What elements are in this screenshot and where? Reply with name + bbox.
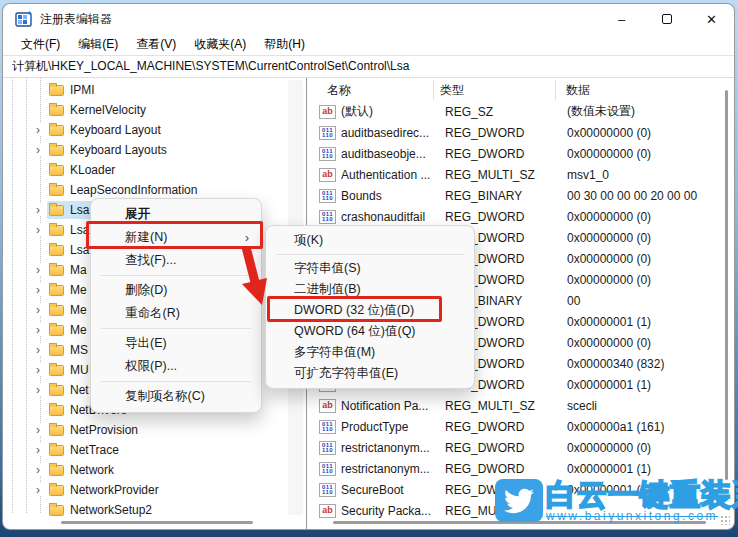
titlebar[interactable]: 注册表编辑器 – ✕ xyxy=(3,4,734,34)
tree-item-label: Ma xyxy=(70,263,87,277)
registry-value-row[interactable]: Bounds REG_BINARY 00 30 00 00 00 20 00 0… xyxy=(307,185,720,206)
tree-item-label: NetworkSetup2 xyxy=(70,503,152,517)
tree-item-label: Keyboard Layout xyxy=(70,123,161,137)
menu-item[interactable]: 删除(D) › xyxy=(91,279,261,302)
registry-value-row[interactable]: ProductType REG_DWORD 0x000000a1 (161) xyxy=(307,416,720,437)
column-header-data[interactable]: 数据 xyxy=(555,80,734,100)
menu-item[interactable]: 重命名(R) › xyxy=(91,302,261,325)
tree-item-label: LeapSecondInformation xyxy=(70,183,197,197)
registry-value-row[interactable]: crashonauditfail REG_DWORD 0x00000000 (0… xyxy=(307,206,720,227)
column-header-name[interactable]: 名称 xyxy=(307,80,433,100)
column-header-type[interactable]: 类型 xyxy=(433,80,555,100)
tree-item[interactable]: › NetTrace xyxy=(3,440,286,460)
chevron-right-icon[interactable]: › xyxy=(32,284,44,296)
tree-item[interactable]: › NetProvision xyxy=(3,420,286,440)
tree-item[interactable]: › Keyboard Layout xyxy=(3,120,286,140)
value-name: auditbasedirec... xyxy=(341,126,445,140)
address-bar[interactable] xyxy=(3,56,734,78)
tree-item[interactable]: › IPMI xyxy=(3,80,286,100)
chevron-right-icon[interactable]: › xyxy=(32,444,44,456)
menu-item-label: 字符串值(S) xyxy=(294,260,361,277)
value-type: REG_DWORD xyxy=(445,210,567,224)
chevron-right-icon[interactable]: › xyxy=(32,384,44,396)
menubar-item[interactable]: 编辑(E) xyxy=(69,34,127,55)
registry-value-row[interactable]: SecureBoot REG_DWORD 0x00000001 (1) xyxy=(307,479,720,500)
menu-item-label: 删除(D) xyxy=(125,282,167,299)
value-name: Security Packa... xyxy=(341,504,445,518)
menubar-item[interactable]: 查看(V) xyxy=(127,34,185,55)
submenu-arrow-icon: › xyxy=(245,231,249,245)
chevron-right-icon[interactable]: › xyxy=(32,144,44,156)
folder-icon xyxy=(49,365,64,376)
maximize-button[interactable] xyxy=(644,4,689,34)
menu-item[interactable]: 导出(E) › xyxy=(91,332,261,355)
tree-item-label: KernelVelocity xyxy=(70,103,146,117)
menu-item[interactable]: 项(K) › xyxy=(266,230,474,251)
menu-item[interactable]: 多字符串值(M) › xyxy=(266,342,474,363)
menu-separator xyxy=(276,254,464,255)
value-type: REG_DWORD xyxy=(445,126,567,140)
list-header: 名称 类型 数据 xyxy=(307,80,734,100)
tree-item-label: NetProvision xyxy=(70,423,138,437)
chevron-right-icon[interactable]: › xyxy=(32,464,44,476)
chevron-right-icon[interactable]: › xyxy=(32,304,44,316)
tree-item[interactable]: › Keyboard Layouts xyxy=(3,140,286,160)
value-name: auditbaseobje... xyxy=(341,147,445,161)
menu-item[interactable]: 二进制值(B) › xyxy=(266,279,474,300)
registry-value-row[interactable]: auditbasedirec... REG_DWORD 0x00000000 (… xyxy=(307,122,720,143)
chevron-right-icon[interactable]: › xyxy=(32,264,44,276)
menu-item[interactable]: 可扩充字符串值(E) › xyxy=(266,363,474,384)
value-type-icon xyxy=(319,462,336,476)
close-button[interactable]: ✕ xyxy=(689,4,734,34)
chevron-right-icon[interactable]: › xyxy=(32,484,44,496)
list-horizontal-scrollbar[interactable] xyxy=(333,521,706,524)
chevron-right-icon[interactable]: › xyxy=(32,344,44,356)
menu-item[interactable]: 复制项名称(C) › xyxy=(91,385,261,408)
registry-value-row[interactable]: Security Packa... REG_MULTI_SZ xyxy=(307,500,720,521)
value-type-icon xyxy=(319,504,336,518)
chevron-right-icon[interactable]: › xyxy=(32,324,44,336)
menu-item[interactable]: 新建(N) › xyxy=(91,226,261,249)
chevron-right-icon[interactable]: › xyxy=(32,424,44,436)
menu-item[interactable]: 查找(F)... › xyxy=(91,249,261,272)
chevron-right-icon[interactable]: › xyxy=(32,364,44,376)
menu-item[interactable]: 权限(P)... › xyxy=(91,355,261,378)
tree-item[interactable]: › LeapSecondInformation xyxy=(3,180,286,200)
menu-item-label: 权限(P)... xyxy=(125,358,177,375)
registry-value-row[interactable]: (默认) REG_SZ (数值未设置) xyxy=(307,101,720,122)
value-data: 0x00000000 (0) xyxy=(567,273,720,287)
menu-item[interactable]: 字符串值(S) › xyxy=(266,258,474,279)
list-vertical-scrollbar[interactable] xyxy=(725,90,728,480)
tree-item[interactable]: › KernelVelocity xyxy=(3,100,286,120)
chevron-right-icon[interactable]: › xyxy=(32,124,44,136)
chevron-right-icon[interactable]: › xyxy=(32,204,44,216)
registry-value-row[interactable]: auditbaseobje... REG_DWORD 0x00000000 (0… xyxy=(307,143,720,164)
folder-icon xyxy=(49,505,64,516)
window-title: 注册表编辑器 xyxy=(40,11,112,28)
tree-horizontal-scrollbar[interactable] xyxy=(61,521,253,524)
resize-grip[interactable] xyxy=(720,515,730,525)
minimize-button[interactable]: – xyxy=(599,4,644,34)
tree-item[interactable]: › NetworkProvider xyxy=(3,480,286,500)
menu-item[interactable]: 展开 › xyxy=(91,203,261,226)
menubar-item[interactable]: 收藏夹(A) xyxy=(185,34,255,55)
value-data: 0x00000000 (0) xyxy=(567,126,720,140)
registry-value-row[interactable]: Notification Pa... REG_MULTI_SZ scecli xyxy=(307,395,720,416)
chevron-right-icon[interactable]: › xyxy=(32,224,44,236)
tree-item[interactable]: › NetworkSetup2 xyxy=(3,500,286,520)
menubar-item[interactable]: 文件(F) xyxy=(12,34,69,55)
tree-item[interactable]: › Network xyxy=(3,460,286,480)
folder-icon xyxy=(49,325,64,336)
registry-value-row[interactable]: Authentication ... REG_MULTI_SZ msv1_0 xyxy=(307,164,720,185)
folder-icon xyxy=(49,85,64,96)
menu-bar: 文件(F)编辑(E)查看(V)收藏夹(A)帮助(H) xyxy=(3,34,734,56)
menubar-item[interactable]: 帮助(H) xyxy=(255,34,314,55)
menu-item[interactable]: DWORD (32 位)值(D) › xyxy=(266,300,474,321)
menu-item-label: 导出(E) xyxy=(125,335,167,352)
tree-item[interactable]: › KLoader xyxy=(3,160,286,180)
menu-item[interactable]: QWORD (64 位)值(Q) › xyxy=(266,321,474,342)
registry-value-row[interactable]: restrictanonym... REG_DWORD 0x00000001 (… xyxy=(307,458,720,479)
tree-item-label: Me xyxy=(70,283,87,297)
address-input[interactable] xyxy=(12,60,734,74)
registry-value-row[interactable]: restrictanonym... REG_DWORD 0x00000000 (… xyxy=(307,437,720,458)
